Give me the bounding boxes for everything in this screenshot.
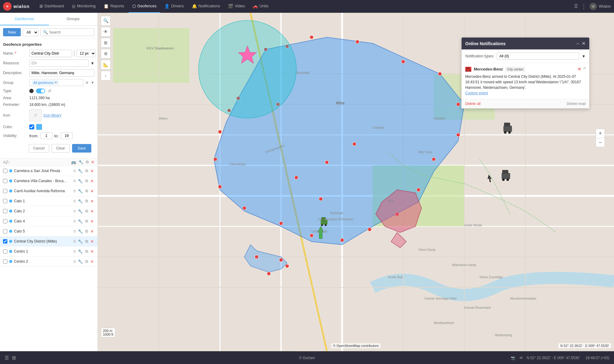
item-delete-icon[interactable]: ✕ (90, 208, 94, 214)
filter-select[interactable]: All (23, 28, 38, 36)
item-delete-icon[interactable]: ✕ (90, 248, 94, 254)
list-item[interactable]: Cato 1 0 🔧 ⧉ ✕ (0, 196, 97, 206)
description-input[interactable] (29, 69, 94, 77)
cancel-button[interactable]: Cancel (29, 144, 49, 153)
item-checkbox[interactable] (3, 169, 7, 173)
nav-dashboard[interactable]: ⊞ Dashboard (36, 0, 68, 13)
item-edit-icon[interactable]: 🔧 (77, 178, 83, 184)
visibility-from-input[interactable] (40, 132, 53, 139)
type-refresh-icon[interactable]: ↺ (48, 88, 51, 93)
nav-drivers[interactable]: 👤 Drivers (161, 0, 187, 13)
group-arrow-icon[interactable]: ▼ (91, 81, 94, 85)
search-input[interactable] (49, 30, 92, 34)
settings-map-button[interactable]: ⚙ (101, 49, 111, 59)
list-item[interactable]: Centro 2 0 🔧 ⧉ ✕ (0, 257, 97, 267)
item-delete-icon[interactable]: ✕ (90, 218, 94, 224)
tab-groups[interactable]: Groups (49, 13, 98, 25)
item-edit-icon[interactable]: 🔧 (77, 228, 83, 234)
list-item[interactable]: Centro 1 0 🔧 ⧉ ✕ (0, 247, 97, 257)
layers-map-button[interactable]: ⊞ (101, 38, 111, 48)
resource-input[interactable] (29, 59, 89, 67)
delete-read-button[interactable]: Delete read (567, 102, 586, 106)
visibility-to-input[interactable] (60, 132, 73, 139)
item-edit-icon[interactable]: 🔧 (77, 198, 83, 204)
nav-video[interactable]: 🎬 Video (224, 0, 248, 13)
save-button[interactable]: Save (72, 144, 91, 153)
color-swatch-blue[interactable] (36, 124, 42, 130)
list-item[interactable]: Cato 2 0 🔧 ⧉ ✕ (0, 206, 97, 216)
item-edit-icon[interactable]: 🔧 (77, 168, 83, 174)
nav-monitoring[interactable]: ◎ Monitoring (68, 0, 99, 13)
map-area[interactable]: Georgengarten Linden-Süd Südstadt Oststa… (98, 13, 614, 351)
item-edit-icon[interactable]: 🔧 (77, 188, 83, 194)
item-delete-icon[interactable]: ✕ (90, 178, 94, 184)
list-item[interactable]: Carretera a San José Pinula 0 🔧 ⧉ ✕ (0, 166, 97, 176)
ruler-map-button[interactable]: 📐 (101, 60, 111, 70)
item-checkbox[interactable] (3, 189, 7, 193)
item-checkbox[interactable] (3, 239, 7, 243)
notif-custom-event-link[interactable]: Custom event (465, 91, 488, 95)
apps-grid-icon[interactable]: ⠿ (574, 3, 578, 10)
user-section[interactable]: W Wialon (590, 3, 611, 10)
item-checkbox[interactable] (3, 249, 7, 254)
name-color-swatch[interactable] (74, 50, 75, 56)
item-checkbox[interactable] (3, 259, 7, 264)
item-checkbox[interactable] (3, 209, 7, 213)
sort-az-icon[interactable]: AZ↑ (3, 160, 10, 164)
notif-filter-select[interactable]: All (0) (497, 52, 579, 60)
group-clear-icon[interactable]: ✕ (85, 80, 89, 85)
item-edit-icon[interactable]: 🔧 (77, 258, 83, 265)
item-copy-icon[interactable]: ⧉ (85, 198, 89, 204)
bottom-list-view-button[interactable]: ☰ (5, 355, 9, 361)
item-edit-icon[interactable]: 🔧 (77, 248, 83, 254)
app-logo[interactable]: wialon (3, 2, 30, 11)
col-vehicle-icon[interactable]: 🚌 (71, 160, 76, 164)
group-tag-remove[interactable]: ✕ (54, 81, 57, 85)
nav-geofences[interactable]: ⬡ Geofences (129, 0, 160, 13)
zoom-out-button[interactable]: − (596, 138, 605, 147)
list-item[interactable]: Carretera Villa Canales - Boca del ... 0… (0, 176, 97, 186)
search-map-button[interactable]: 🔍 (101, 16, 111, 26)
item-checkbox[interactable] (3, 179, 7, 183)
item-checkbox[interactable] (3, 219, 7, 223)
item-copy-icon[interactable]: ⧉ (85, 208, 89, 214)
item-delete-icon[interactable]: ✕ (90, 188, 94, 194)
nav-units[interactable]: 🚗 Units (249, 0, 272, 13)
nav-notifications[interactable]: 🔔 Notifications (188, 0, 224, 13)
item-copy-icon[interactable]: ⧉ (85, 238, 89, 244)
eye-map-button[interactable]: 👁 (101, 27, 111, 37)
clear-button[interactable]: Clear (52, 144, 70, 153)
icon-preview[interactable]: ✕ (29, 109, 42, 121)
new-button[interactable]: New (3, 28, 21, 36)
item-copy-icon[interactable]: ⧉ (85, 258, 89, 265)
col-copy-icon[interactable]: ⧉ (86, 160, 89, 164)
name-input[interactable] (29, 50, 72, 57)
list-item[interactable]: Central City District (Mitte) 0 🔧 ⧉ ✕ (0, 236, 97, 247)
item-copy-icon[interactable]: ⧉ (85, 188, 89, 194)
item-delete-icon[interactable]: ✕ (90, 238, 94, 244)
item-delete-icon[interactable]: ✕ (90, 168, 94, 174)
col-wrench-icon[interactable]: 🔧 (79, 160, 83, 164)
item-copy-icon[interactable]: ⧉ (85, 248, 89, 254)
notif-item-close-button[interactable]: ✕ (577, 66, 581, 72)
tab-geofences[interactable]: Geofences (0, 13, 49, 25)
delete-all-button[interactable]: Delete all (465, 102, 481, 106)
bottom-grid-view-button[interactable]: ⊞ (12, 355, 16, 361)
notif-item-toggle-button[interactable]: ^ (583, 66, 586, 72)
item-delete-icon[interactable]: ✕ (90, 228, 94, 234)
notif-close-button[interactable]: ✕ (582, 41, 586, 46)
col-delete-icon[interactable]: ✕ (91, 160, 94, 164)
type-toggle[interactable] (36, 88, 45, 93)
type-dot[interactable] (29, 89, 34, 93)
zoom-in-button[interactable]: + (596, 129, 605, 138)
item-copy-icon[interactable]: ⧉ (85, 218, 89, 224)
expand-panel-button[interactable]: › (101, 71, 111, 81)
nav-reports[interactable]: 📋 Reports (100, 0, 128, 13)
item-copy-icon[interactable]: ⧉ (85, 168, 89, 174)
list-item[interactable]: Carril Auxiliar Avenida Reforma 0 🔧 ⧉ ✕ (0, 186, 97, 196)
list-item[interactable]: Cato 5 0 🔧 ⧉ ✕ (0, 226, 97, 236)
list-item[interactable]: Cato 4 0 🔧 ⧉ ✕ (0, 216, 97, 226)
item-checkbox[interactable] (3, 229, 7, 233)
notif-minimize-button[interactable]: – (576, 41, 579, 46)
item-checkbox[interactable] (3, 199, 7, 203)
